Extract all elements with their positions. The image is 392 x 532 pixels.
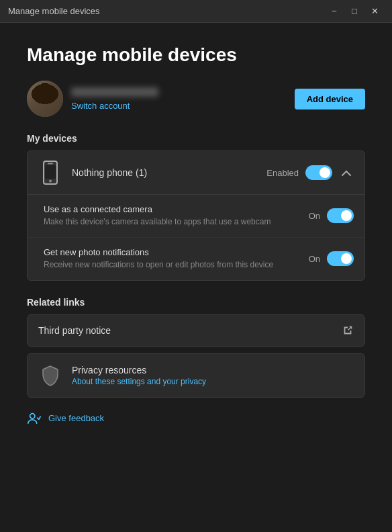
window-title: Manage mobile devices [8,6,100,16]
chevron-up-icon [342,170,351,176]
privacy-link-title: Privacy resources [72,365,354,375]
switch-account-link[interactable]: Switch account [71,101,158,111]
avatar-image [27,81,63,117]
account-name-blurred [71,87,158,97]
device-chevron-button[interactable] [339,170,354,176]
phone-svg [42,161,58,185]
photo-option-title: Get new photo notifications [44,247,309,257]
svg-rect-3 [45,165,56,179]
svg-point-4 [30,413,35,418]
photo-notifications-option: Get new photo notifications Receive new … [28,238,364,280]
third-party-link-text: Third party notice [38,325,342,336]
device-status: Enabled [266,168,299,178]
svg-point-2 [49,180,52,183]
toggle-slider-camera [327,208,354,223]
privacy-link-subtitle: About these settings and your privacy [72,377,354,386]
device-header: Nothing phone (1) Enabled [28,151,364,195]
privacy-link-card[interactable]: Privacy resources About these settings a… [27,353,365,398]
feedback-label: Give feedback [48,413,104,423]
add-device-button[interactable]: Add device [295,89,365,109]
third-party-link-card[interactable]: Third party notice [27,314,365,347]
device-enabled-toggle[interactable] [305,165,332,180]
photo-option-controls: On [309,251,354,266]
camera-option-title: Use as a connected camera [44,204,309,214]
device-name: Nothing phone (1) [72,167,266,178]
related-links-label: Related links [27,297,365,308]
device-phone-icon [38,161,62,185]
shield-icon [41,365,60,386]
main-content: Manage mobile devices Switch account Add… [0,23,392,439]
minimize-button[interactable]: − [325,4,344,19]
privacy-shield-icon [38,363,62,388]
toggle-slider-photo [327,251,354,266]
camera-on-label: On [309,211,320,221]
svg-rect-1 [48,163,53,165]
related-links-section: Related links Third party notice Privacy… [27,297,365,398]
camera-option: Use as a connected camera Make this devi… [28,195,364,238]
camera-option-text: Use as a connected camera Make this devi… [44,204,309,228]
maximize-button[interactable]: □ [345,4,364,19]
page-title: Manage mobile devices [27,44,365,66]
device-card: Nothing phone (1) Enabled Use as a conne… [27,150,365,281]
account-info: Switch account [27,81,158,117]
my-devices-label: My devices [27,133,365,144]
photo-toggle[interactable] [327,251,354,266]
feedback-icon [27,411,42,426]
camera-option-controls: On [309,208,354,223]
account-row: Switch account Add device [27,81,365,117]
toggle-slider [305,165,332,180]
photo-option-desc: Receive new notifications to open or edi… [44,259,309,271]
external-link-icon [342,324,354,337]
account-details: Switch account [71,87,158,111]
privacy-option-text: Privacy resources About these settings a… [72,365,354,386]
photo-option-text: Get new photo notifications Receive new … [44,247,309,271]
close-button[interactable]: ✕ [365,4,384,19]
window-controls: − □ ✕ [325,4,384,19]
camera-toggle[interactable] [327,208,354,223]
camera-option-desc: Make this device's camera available to a… [44,216,309,228]
title-bar: Manage mobile devices − □ ✕ [0,0,392,23]
give-feedback[interactable]: Give feedback [27,411,365,426]
avatar [27,81,63,117]
photo-on-label: On [309,254,320,264]
